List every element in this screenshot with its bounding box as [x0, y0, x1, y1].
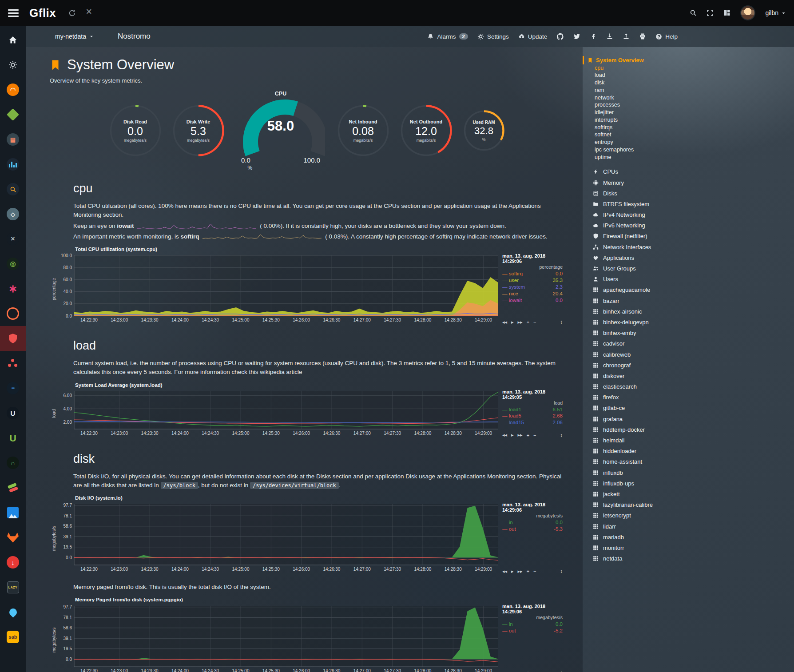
sidebar-app-23-icon[interactable]: sab: [0, 624, 26, 649]
sidebar-app-21-icon[interactable]: LAZY: [0, 575, 26, 600]
legend-entry-system[interactable]: system2.3: [502, 284, 563, 290]
nav-app-influxdb[interactable]: influxdb: [583, 467, 791, 478]
sidebar-app-14-icon[interactable]: U: [0, 401, 26, 425]
sidebar-app-7-icon[interactable]: ×: [0, 227, 26, 251]
download-icon[interactable]: [606, 33, 613, 40]
sidebar-app-8-icon[interactable]: ◎: [0, 251, 26, 276]
resize-handle-icon[interactable]: ↕: [560, 670, 563, 672]
nav-section-firewall-netfilter-[interactable]: Firewall (netfilter): [583, 231, 791, 242]
nav-item-processes[interactable]: processes: [583, 102, 791, 109]
nav-app-binhex-delugevpn[interactable]: binhex-delugevpn: [583, 317, 791, 327]
sidebar-app-18-icon[interactable]: [0, 500, 26, 525]
resize-handle-icon[interactable]: ↕: [560, 319, 563, 325]
net-inbound-gauge[interactable]: Net Inbound0.08megabits/s: [337, 104, 389, 157]
nav-app-hddtemp-docker[interactable]: hddtemp-docker: [583, 424, 791, 435]
nav-section-ipv6-networking[interactable]: IPv6 Networking: [583, 220, 791, 231]
sidebar-app-4-icon[interactable]: [0, 152, 26, 177]
disk-io-chart[interactable]: Disk I/O (system.io)megabytes/s14:22:301…: [59, 495, 564, 575]
sidebar-app-19-icon[interactable]: [0, 525, 26, 550]
used-ram-gauge[interactable]: Used RAM32.8%: [463, 110, 505, 151]
nav-app-letsencrypt[interactable]: letsencrypt: [583, 510, 791, 521]
load-chart[interactable]: System Load Average (system.load)load14:…: [59, 382, 564, 439]
nav-section-ipv4-networking[interactable]: IPv4 Networking: [583, 210, 791, 220]
nav-app-jackett[interactable]: jackett: [583, 489, 791, 499]
play-icon[interactable]: ▸: [511, 569, 514, 574]
nav-app-home-assistant[interactable]: home-assistant: [583, 457, 791, 467]
pan-forward-icon[interactable]: ▸▸: [518, 670, 523, 672]
sidebar-app-5-icon[interactable]: [0, 177, 26, 202]
sidebar-app-20-icon[interactable]: ↓: [0, 550, 26, 575]
nav-app-hiddenloader[interactable]: hiddenloader: [583, 446, 791, 457]
nav-section-disks[interactable]: Disks: [583, 188, 791, 199]
sidebar-app-10-icon[interactable]: [0, 301, 26, 326]
print-icon[interactable]: [639, 33, 646, 40]
nav-app-binhex-emby[interactable]: binhex-emby: [583, 328, 791, 338]
sidebar-app-22-icon[interactable]: [0, 600, 26, 624]
disk-plot[interactable]: megabytes/s14:22:3014:23:0014:23:3014:24…: [59, 501, 500, 575]
close-icon[interactable]: ×: [86, 8, 92, 17]
nav-app-lazylibrarian-calibre[interactable]: lazylibrarian-calibre: [583, 500, 791, 510]
nav-app-heimdall[interactable]: heimdall: [583, 435, 791, 445]
legend-entry-nice[interactable]: nice20.4: [502, 290, 563, 297]
legend-entry-load1[interactable]: load16.51: [502, 406, 563, 413]
nav-section-memory[interactable]: Memory: [583, 177, 791, 188]
nav-section-users[interactable]: Users: [583, 274, 791, 285]
fullscreen-icon[interactable]: [707, 9, 714, 16]
help-button[interactable]: Help: [655, 33, 678, 40]
user-avatar[interactable]: [740, 5, 755, 20]
resize-handle-icon[interactable]: ↕: [560, 568, 563, 574]
zoom-in-icon[interactable]: +: [527, 670, 529, 672]
nav-item-ipc-semaphores[interactable]: ipc semaphores: [583, 146, 791, 154]
twitter-icon[interactable]: [573, 33, 580, 40]
menu-icon[interactable]: [8, 8, 19, 19]
play-icon[interactable]: ▸: [511, 670, 514, 672]
zoom-out-icon[interactable]: −: [533, 569, 536, 574]
sidebar-app-15-icon[interactable]: U: [0, 425, 26, 450]
pan-backward-icon[interactable]: ◂◂: [502, 670, 507, 672]
sidebar-app-16-icon[interactable]: ∩: [0, 450, 26, 475]
nav-item-entropy[interactable]: entropy: [583, 139, 791, 147]
pan-forward-icon[interactable]: ▸▸: [518, 432, 523, 438]
nav-section-btrfs-filesystem[interactable]: BTRFS filesystem: [583, 199, 791, 209]
sidebar-home-icon[interactable]: [0, 28, 26, 52]
nav-item-uptime[interactable]: uptime: [583, 154, 791, 161]
nav-app-diskover[interactable]: diskover: [583, 370, 791, 381]
pan-backward-icon[interactable]: ◂◂: [502, 569, 507, 574]
nav-app-grafana[interactable]: grafana: [583, 414, 791, 424]
pan-backward-icon[interactable]: ◂◂: [502, 432, 507, 438]
sidebar-settings-icon[interactable]: [0, 52, 26, 77]
nav-app-chronograf[interactable]: chronograf: [583, 360, 791, 370]
disk-write-gauge[interactable]: Disk Write5.3megabytes/s: [172, 104, 225, 157]
sidebar-app-3-icon[interactable]: ▤: [0, 127, 26, 152]
pan-forward-icon[interactable]: ▸▸: [518, 319, 523, 325]
nav-app-binhex-airsonic[interactable]: binhex-airsonic: [583, 306, 791, 317]
zoom-out-icon[interactable]: −: [533, 670, 536, 672]
sidebar-app-17-icon[interactable]: [0, 475, 26, 500]
memory-paged-chart[interactable]: Memory Paged from/to disk (system.pgpgio…: [59, 597, 564, 672]
nav-app-netdata[interactable]: netdata: [583, 553, 791, 564]
nav-app-influxdb-ups[interactable]: influxdb-ups: [583, 478, 791, 489]
user-menu[interactable]: gilbn: [765, 9, 786, 16]
nav-app-lidarr[interactable]: lidarr: [583, 521, 791, 532]
nav-item-cpu[interactable]: cpu: [583, 64, 791, 72]
search-icon[interactable]: [690, 9, 697, 16]
refresh-icon[interactable]: [68, 9, 76, 17]
upload-icon[interactable]: [623, 33, 630, 40]
sidebar-app-1-icon[interactable]: ◠: [0, 77, 26, 102]
zoom-in-icon[interactable]: +: [527, 433, 529, 438]
nav-section-applications[interactable]: Applications: [583, 252, 791, 263]
zoom-out-icon[interactable]: −: [533, 433, 536, 438]
legend-entry-softirq[interactable]: softirq0.0: [502, 270, 563, 277]
nav-item-idlejitter[interactable]: idlejitter: [583, 109, 791, 117]
nav-app-monitorr[interactable]: monitorr: [583, 542, 791, 553]
nav-app-elasticsearch[interactable]: elasticsearch: [583, 382, 791, 392]
sidebar-app-11-icon[interactable]: [0, 326, 26, 351]
sidebar-app-9-icon[interactable]: ∗: [0, 276, 26, 301]
legend-entry-user[interactable]: user35.3: [502, 277, 563, 284]
nav-system-overview[interactable]: System Overview: [583, 56, 791, 64]
legend-entry-iowait[interactable]: iowait0.0: [502, 297, 563, 304]
netdata-host-dropdown[interactable]: my-netdata: [55, 33, 94, 40]
legend-entry-out[interactable]: out-5.2: [502, 628, 563, 634]
legend-entry-in[interactable]: in0.0: [502, 519, 563, 526]
pan-backward-icon[interactable]: ◂◂: [502, 319, 507, 325]
